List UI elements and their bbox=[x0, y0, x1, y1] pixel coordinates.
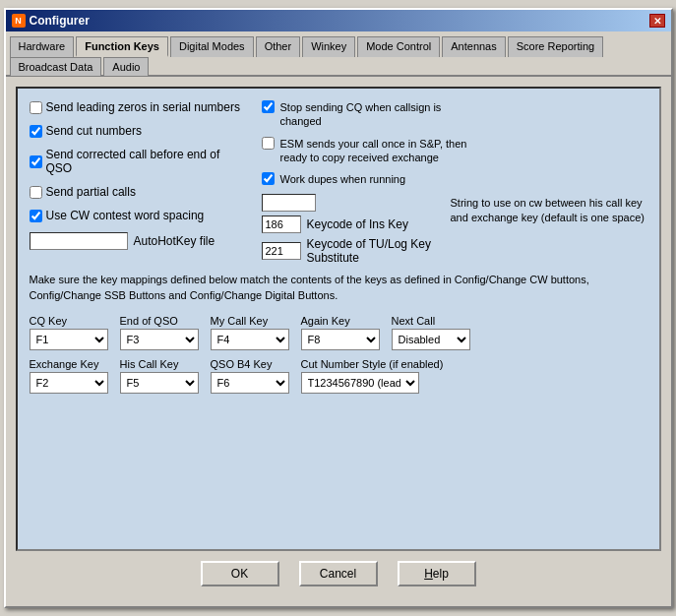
autohk-row: AutoHotKey file bbox=[30, 232, 246, 250]
send-partial-calls-label: Send partial calls bbox=[46, 185, 136, 199]
note-text: Make sure the key mappings defined below… bbox=[30, 273, 647, 303]
tab-score-reporting[interactable]: Score Reporting bbox=[508, 36, 604, 57]
send-corrected-call-check[interactable]: Send corrected call before end of QSO bbox=[30, 148, 246, 175]
esm-item: ESM sends your call once in S&P, then re… bbox=[262, 137, 647, 165]
send-leading-zeros-label: Send leading zeros in serial numbers bbox=[46, 100, 240, 114]
app-icon: N bbox=[12, 14, 26, 28]
work-dupes-input[interactable] bbox=[262, 172, 275, 185]
autohk-input[interactable] bbox=[30, 232, 128, 250]
cut-number-style-group: Cut Number Style (if enabled) T123456789… bbox=[301, 358, 444, 394]
cq-key-label: CQ Key bbox=[30, 315, 108, 327]
close-button[interactable]: ✕ bbox=[649, 14, 665, 28]
cw-string-description: String to use on cw between his call key… bbox=[451, 196, 647, 224]
use-cw-contest-label: Use CW contest word spacing bbox=[46, 209, 205, 222]
keycode-tu-input[interactable] bbox=[262, 242, 301, 260]
send-corrected-call-label: Send corrected call before end of QSO bbox=[46, 148, 246, 175]
qso-b4-key-label: QSO B4 Key bbox=[211, 358, 289, 370]
keycode-ins-row: Keycode of Ins Key bbox=[262, 216, 441, 233]
cut-number-style-label: Cut Number Style (if enabled) bbox=[301, 358, 444, 370]
esm-input[interactable] bbox=[262, 137, 275, 150]
my-call-key-group: My Call Key F4F1F2F3 bbox=[211, 315, 289, 350]
tab-mode-control[interactable]: Mode Control bbox=[357, 36, 440, 57]
keycode-tu-label: Keycode of TU/Log Key Substitute bbox=[307, 237, 441, 265]
options-section: Send leading zeros in serial numbers Sen… bbox=[30, 100, 647, 265]
help-label: Help bbox=[424, 567, 449, 581]
footer: OK Cancel Help bbox=[16, 551, 661, 596]
esm-label: ESM sends your call once in S&P, then re… bbox=[280, 137, 477, 165]
tab-hardware[interactable]: Hardware bbox=[10, 36, 75, 57]
work-dupes-label: Work dupes when running bbox=[280, 172, 406, 186]
stop-cq-input[interactable] bbox=[262, 100, 275, 113]
tab-audio[interactable]: Audio bbox=[103, 57, 149, 76]
next-call-label: Next Call bbox=[392, 315, 470, 327]
next-call-select[interactable]: DisabledF1F2F3 bbox=[392, 329, 470, 350]
send-cut-numbers-check[interactable]: Send cut numbers bbox=[30, 124, 246, 138]
end-qso-group: End of QSO F3F1F2F4 bbox=[120, 315, 199, 350]
keycode-ins-input[interactable] bbox=[262, 216, 301, 233]
my-call-key-label: My Call Key bbox=[211, 315, 289, 327]
tab-winkey[interactable]: Winkey bbox=[302, 36, 355, 57]
cw-string-row: Keycode of Ins Key Keycode of TU/Log Key… bbox=[262, 194, 647, 265]
his-call-key-label: His Call Key bbox=[120, 358, 199, 370]
exchange-key-group: Exchange Key F2F1F3F4 bbox=[30, 358, 108, 394]
ok-button[interactable]: OK bbox=[201, 561, 279, 586]
stop-cq-item: Stop sending CQ when callsign is changed bbox=[262, 100, 647, 129]
again-key-label: Again Key bbox=[301, 315, 380, 327]
help-button[interactable]: Help bbox=[398, 561, 476, 586]
tabs-container: Hardware Function Keys Digital Modes Oth… bbox=[6, 31, 671, 77]
qso-b4-key-group: QSO B4 Key F6F1F2F3 bbox=[211, 358, 289, 394]
main-content: Send leading zeros in serial numbers Sen… bbox=[6, 77, 671, 606]
send-corrected-call-input[interactable] bbox=[30, 155, 42, 168]
again-key-group: Again Key F8F1F2F3 bbox=[301, 315, 380, 350]
cancel-button[interactable]: Cancel bbox=[299, 561, 378, 586]
tab-digital-modes[interactable]: Digital Modes bbox=[170, 36, 254, 57]
title-bar: N Configurer ✕ bbox=[6, 10, 671, 31]
tab-function-keys[interactable]: Function Keys bbox=[76, 36, 168, 57]
cut-number-style-select[interactable]: T1234567890 (leading T) 0123456789 bbox=[301, 372, 419, 394]
keycode-tu-row: Keycode of TU/Log Key Substitute bbox=[262, 237, 441, 265]
left-column: Send leading zeros in serial numbers Sen… bbox=[30, 100, 246, 250]
right-column: Stop sending CQ when callsign is changed… bbox=[262, 100, 647, 265]
his-call-key-group: His Call Key F5F1F2F3 bbox=[120, 358, 199, 394]
send-leading-zeros-input[interactable] bbox=[30, 101, 42, 114]
cw-string-input[interactable] bbox=[262, 194, 316, 212]
keys-section: CQ Key F1F2F3F4 End of QSO F3F1F2F4 My C… bbox=[30, 315, 647, 394]
tab-other[interactable]: Other bbox=[256, 36, 301, 57]
use-cw-contest-input[interactable] bbox=[30, 210, 42, 222]
send-cut-numbers-label: Send cut numbers bbox=[46, 124, 142, 138]
main-window: N Configurer ✕ Hardware Function Keys Di… bbox=[4, 8, 673, 608]
tab-broadcast-data[interactable]: Broadcast Data bbox=[10, 57, 102, 76]
end-qso-label: End of QSO bbox=[120, 315, 199, 327]
send-partial-calls-check[interactable]: Send partial calls bbox=[30, 185, 246, 199]
exchange-key-select[interactable]: F2F1F3F4 bbox=[30, 372, 108, 394]
work-dupes-item: Work dupes when running bbox=[262, 172, 647, 186]
keys-row-2: Exchange Key F2F1F3F4 His Call Key F5F1F… bbox=[30, 358, 647, 394]
use-cw-contest-check[interactable]: Use CW contest word spacing bbox=[30, 209, 246, 222]
send-partial-calls-input[interactable] bbox=[30, 186, 42, 199]
stop-cq-label: Stop sending CQ when callsign is changed bbox=[280, 100, 477, 129]
window-title: Configurer bbox=[30, 14, 90, 28]
my-call-key-select[interactable]: F4F1F2F3 bbox=[211, 329, 289, 350]
autohk-label: AutoHotKey file bbox=[134, 234, 215, 248]
keycode-ins-label: Keycode of Ins Key bbox=[307, 217, 408, 231]
keys-row-1: CQ Key F1F2F3F4 End of QSO F3F1F2F4 My C… bbox=[30, 315, 647, 350]
qso-b4-key-select[interactable]: F6F1F2F3 bbox=[211, 372, 289, 394]
end-qso-select[interactable]: F3F1F2F4 bbox=[120, 329, 199, 350]
cq-key-group: CQ Key F1F2F3F4 bbox=[30, 315, 108, 350]
exchange-key-label: Exchange Key bbox=[30, 358, 108, 370]
his-call-key-select[interactable]: F5F1F2F3 bbox=[120, 372, 199, 394]
next-call-group: Next Call DisabledF1F2F3 bbox=[392, 315, 470, 350]
send-cut-numbers-input[interactable] bbox=[30, 125, 42, 138]
again-key-select[interactable]: F8F1F2F3 bbox=[301, 329, 380, 350]
send-leading-zeros-check[interactable]: Send leading zeros in serial numbers bbox=[30, 100, 246, 114]
content-area: Send leading zeros in serial numbers Sen… bbox=[16, 87, 661, 551]
tab-antennas[interactable]: Antennas bbox=[442, 36, 505, 57]
cq-key-select[interactable]: F1F2F3F4 bbox=[30, 329, 108, 350]
